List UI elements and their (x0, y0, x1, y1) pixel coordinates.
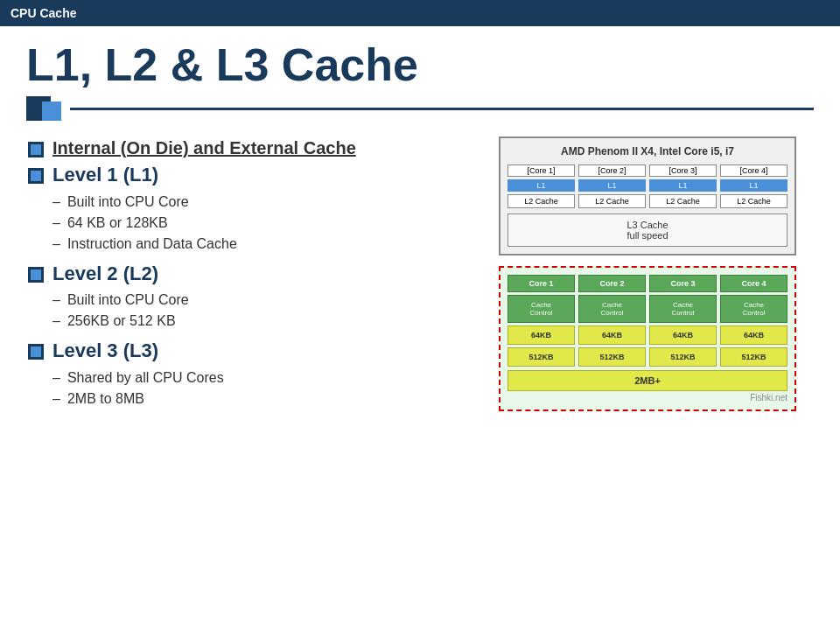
bottom-core-3: Core 3 CacheControl 64KB 512KB (649, 275, 717, 367)
content-area: Internal (On Die) and External Cache Lev… (26, 136, 814, 621)
top-diagram: AMD Phenom II X4, Intel Core i5, i7 [Cor… (499, 136, 796, 256)
svg-rect-7 (31, 346, 41, 357)
decorative-squares (26, 96, 61, 121)
top-core-4: [Core 4] L1 L2 Cache (720, 164, 788, 208)
bottom-core-3-header: Core 3 (649, 275, 717, 292)
header-title: CPU Cache (10, 6, 76, 20)
text-column: Internal (On Die) and External Cache Lev… (26, 136, 481, 621)
main-content: L1, L2 & L3 Cache Internal (On Die) and … (0, 26, 840, 630)
bottom-diagram: Core 1 CacheControl 64KB 512KB Core 2 Ca… (499, 266, 796, 411)
bottom-core-2-64kb: 64KB (578, 326, 646, 345)
bottom-core-2-512kb: 512KB (578, 347, 646, 367)
top-core-2: [Core 2] L1 L2 Cache (578, 164, 646, 208)
bullet-l2: Level 2 (L2) (26, 262, 481, 287)
l1-sub-1: – Built into CPU Core (52, 192, 481, 213)
bottom-core-1-cache: CacheControl (508, 295, 575, 323)
watermark: Fishki.net (508, 393, 788, 402)
top-core-3-l2: L2 Cache (649, 194, 717, 208)
bullet-l3: Level 3 (L3) (26, 339, 481, 364)
top-core-4-l1: L1 (720, 179, 788, 192)
bottom-core-4-64kb: 64KB (720, 326, 788, 345)
square-light (42, 102, 61, 121)
bottom-core-3-cache: CacheControl (649, 295, 717, 323)
bottom-core-1-64kb: 64KB (508, 326, 575, 345)
header-bar: CPU Cache (0, 0, 840, 26)
l3-title: Level 3 (L3) (52, 339, 158, 364)
bottom-core-4: Core 4 CacheControl 64KB 512KB (720, 275, 788, 367)
top-core-1-l1: L1 (508, 179, 575, 192)
l2-sub-2: – 256KB or 512 KB (52, 311, 481, 332)
l3-sub-1: – Shared by all CPU Cores (52, 368, 481, 388)
top-core-3-label: [Core 3] (649, 164, 717, 177)
l2-title: Level 2 (L2) (52, 262, 158, 287)
top-core-1-l2: L2 Cache (508, 194, 575, 208)
bottom-2mb-bar: 2MB+ (508, 370, 788, 391)
bullet-icon-l1 (26, 166, 46, 186)
top-core-4-label: [Core 4] (720, 164, 788, 177)
intro-text: Internal (On Die) and External Cache (52, 136, 356, 159)
bullet-icon-l2 (26, 265, 46, 284)
bullet-icon-intro (26, 140, 46, 159)
svg-rect-3 (31, 171, 41, 181)
top-diagram-title: AMD Phenom II X4, Intel Core i5, i7 (508, 145, 788, 158)
l2-subbullets: – Built into CPU Core – 256KB or 512 KB (52, 290, 481, 332)
bottom-core-1-header: Core 1 (508, 275, 575, 292)
top-diagram-cores: [Core 1] L1 L2 Cache [Core 2] L1 L2 Cach… (508, 164, 788, 208)
l1-sub-2: – 64 KB or 128KB (52, 213, 481, 234)
l3-sub-2: – 2MB to 8MB (52, 388, 481, 410)
bottom-core-1: Core 1 CacheControl 64KB 512KB (508, 275, 575, 367)
bullet-intro: Internal (On Die) and External Cache (26, 136, 481, 159)
divider-line (70, 108, 814, 110)
top-core-3-l1: L1 (649, 179, 717, 192)
top-core-4-l2: L2 Cache (720, 194, 788, 208)
svg-rect-5 (31, 270, 41, 280)
bottom-core-3-512kb: 512KB (649, 347, 717, 367)
bottom-core-4-cache: CacheControl (720, 295, 788, 323)
top-core-2-l2: L2 Cache (578, 194, 646, 208)
bottom-core-2-header: Core 2 (578, 275, 646, 292)
svg-rect-1 (31, 144, 41, 155)
bottom-core-grid: Core 1 CacheControl 64KB 512KB Core 2 Ca… (508, 275, 788, 367)
l1-subbullets: – Built into CPU Core – 64 KB or 128KB –… (52, 192, 481, 255)
top-core-3: [Core 3] L1 L2 Cache (649, 164, 717, 208)
bottom-core-2-cache: CacheControl (578, 295, 646, 323)
top-core-1: [Core 1] L1 L2 Cache (508, 164, 575, 208)
bullet-icon-l3 (26, 342, 46, 361)
bullet-l1: Level 1 (L1) (26, 163, 481, 188)
bottom-core-4-header: Core 4 (720, 275, 788, 292)
diagram-column: AMD Phenom II X4, Intel Core i5, i7 [Cor… (499, 136, 814, 621)
l1-title: Level 1 (L1) (52, 163, 158, 188)
bottom-core-2: Core 2 CacheControl 64KB 512KB (578, 275, 646, 367)
divider-row (26, 96, 814, 121)
bottom-core-1-512kb: 512KB (508, 347, 575, 367)
page-title: L1, L2 & L3 Cache (26, 38, 814, 91)
l3-subbullets: – Shared by all CPU Cores – 2MB to 8MB (52, 368, 481, 410)
l2-sub-1: – Built into CPU Core (52, 290, 481, 311)
top-core-2-label: [Core 2] (578, 164, 646, 177)
l1-sub-3: – Instruction and Data Cache (52, 234, 481, 255)
bottom-core-4-512kb: 512KB (720, 347, 788, 367)
top-core-1-label: [Core 1] (508, 164, 575, 177)
top-l3-box: L3 Cachefull speed (508, 214, 788, 247)
top-core-2-l1: L1 (578, 179, 646, 192)
bottom-core-3-64kb: 64KB (649, 326, 717, 345)
